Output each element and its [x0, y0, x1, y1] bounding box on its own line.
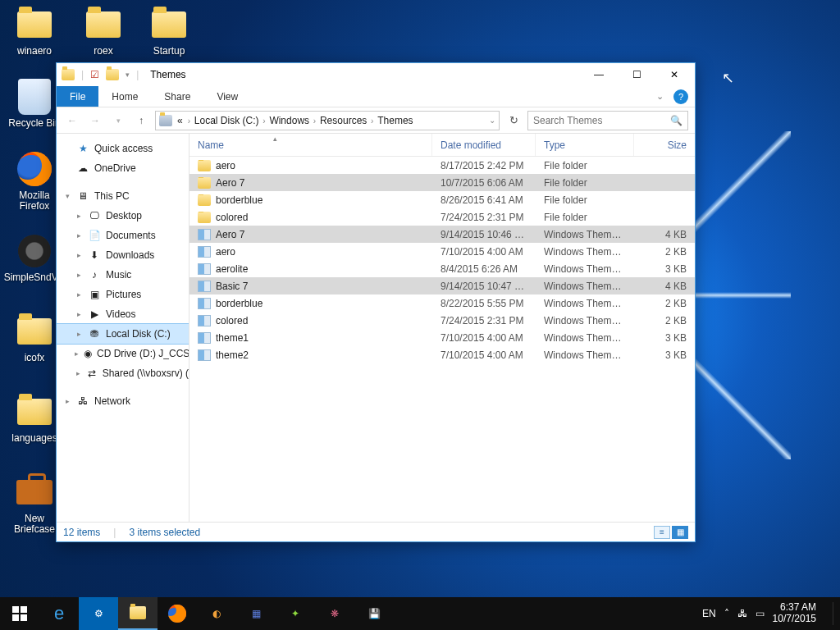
maximize-button[interactable]: ☐ [618, 63, 655, 86]
column-headers[interactable]: Name▴ Date modified Type Size [189, 134, 695, 157]
tree-label: Local Disk (C:) [106, 328, 171, 340]
file-rows[interactable]: aero8/17/2015 2:42 PMFile folderAero 710… [189, 157, 695, 522]
taskbar[interactable]: e ⚙ ◐ ▦ ✦ ❋ 💾 EN ˄ 🖧 ▭ 6:37 AM 10/7/2015 [0, 597, 840, 630]
file-date: 9/14/2015 10:46 PM [432, 229, 536, 240]
tree-expander-icon[interactable]: ▸ [75, 369, 81, 377]
file-row[interactable]: borderblue8/22/2015 5:55 PMWindows Theme… [189, 294, 695, 312]
file-row[interactable]: Basic 79/14/2015 10:47 PMWindows Theme .… [189, 277, 695, 294]
qat-newfolder-icon[interactable] [106, 69, 119, 80]
tray-chevron-icon[interactable]: ˄ [724, 608, 729, 619]
desktop-icon-startup[interactable]: Startup [138, 5, 200, 57]
tree-this-pc[interactable]: ▾🖥This PC [57, 186, 189, 206]
show-desktop-button[interactable] [833, 602, 833, 625]
tree-shared-vboxsrv-[interactable]: ▸⇄Shared (\\vboxsrv) ( [57, 363, 189, 383]
tray-action-center-icon[interactable]: ▭ [756, 608, 765, 619]
tray-lang[interactable]: EN [702, 608, 716, 619]
tree-expander-icon[interactable]: ▸ [75, 330, 83, 338]
up-button[interactable]: ↑ [132, 112, 150, 130]
col-name[interactable]: Name▴ [189, 134, 432, 156]
breadcrumb-overflow[interactable]: « [176, 115, 185, 126]
tree-videos[interactable]: ▸▶Videos [57, 304, 189, 324]
tree-label: Downloads [106, 249, 154, 261]
taskbar-edge[interactable]: e [39, 597, 79, 630]
forward-button[interactable]: → [86, 112, 104, 130]
ribbon-expand-icon[interactable]: ⌄ [656, 91, 664, 107]
file-row[interactable]: aero8/17/2015 2:42 PMFile folder [189, 157, 695, 174]
close-button[interactable]: ✕ [655, 63, 693, 86]
tree-expander-icon[interactable]: ▸ [75, 212, 83, 220]
desktop-icon-roex[interactable]: roex [72, 5, 135, 57]
file-row[interactable]: aero7/10/2015 4:00 AMWindows Theme ...2 … [189, 243, 695, 260]
tray-clock[interactable]: 6:37 AM 10/7/2015 [773, 602, 824, 625]
tree-expander-icon[interactable]: ▸ [75, 251, 83, 259]
tree-documents[interactable]: ▸📄Documents [57, 226, 189, 245]
file-row[interactable]: aerolite8/4/2015 6:26 AMWindows Theme ..… [189, 260, 695, 277]
tree-quick-access[interactable]: ★Quick access [57, 139, 189, 158]
search-box[interactable]: 🔍 [527, 111, 688, 130]
breadcrumb-item[interactable]: Themes [376, 115, 414, 126]
tab-share[interactable]: Share [151, 86, 203, 107]
tree-expander-icon[interactable]: ▸ [75, 271, 83, 279]
address-dropdown-icon[interactable]: ⌄ [489, 116, 495, 125]
tree-expander-icon[interactable]: ▸ [75, 310, 83, 318]
tree-expander-icon[interactable]: ▾ [63, 192, 71, 200]
tree-pictures[interactable]: ▸▣Pictures [57, 285, 189, 304]
file-row[interactable]: theme27/10/2015 4:00 AMWindows Theme ...… [189, 346, 695, 363]
view-icons-button[interactable]: ▦ [672, 526, 688, 539]
nav-tree[interactable]: ★Quick access☁OneDrive▾🖥This PC▸🖵Desktop… [57, 134, 189, 522]
search-input[interactable] [533, 115, 670, 126]
tree-expander-icon[interactable]: ▸ [75, 231, 83, 240]
tree-desktop[interactable]: ▸🖵Desktop [57, 206, 189, 226]
file-size: 2 KB [634, 298, 695, 309]
taskbar-settings[interactable]: ⚙ [79, 597, 118, 630]
qat-properties-icon[interactable]: ☑ [90, 69, 99, 80]
breadcrumb-item[interactable]: Windows [267, 115, 311, 126]
file-row[interactable]: Aero 710/7/2015 6:06 AMFile folder [189, 174, 695, 191]
tab-file[interactable]: File [57, 86, 98, 107]
file-row[interactable]: borderblue8/26/2015 6:41 AMFile folder [189, 191, 695, 208]
tree-local-disk-c-[interactable]: ▸⛃Local Disk (C:) [57, 324, 189, 344]
taskbar-app1[interactable]: ◐ [197, 597, 236, 630]
file-size: 4 KB [634, 281, 695, 292]
col-date[interactable]: Date modified [432, 134, 536, 156]
tree-cd-drive-d-j-ccs[interactable]: ▸◉CD Drive (D:) J_CCS [57, 344, 189, 363]
taskbar-app5[interactable]: 💾 [354, 597, 394, 630]
taskbar-app4[interactable]: ❋ [315, 597, 354, 630]
tab-view[interactable]: View [203, 86, 251, 107]
breadcrumb-item[interactable]: Resources [318, 115, 368, 126]
minimize-button[interactable]: — [580, 63, 618, 86]
help-button[interactable]: ? [673, 89, 688, 104]
tree-expander-icon[interactable]: ▸ [75, 290, 83, 299]
title-bar[interactable]: | ☑ ▾ | Themes — ☐ ✕ [57, 63, 695, 86]
tree-network[interactable]: ▸🖧Network [57, 391, 189, 411]
tree-expander-icon[interactable]: ▸ [75, 349, 79, 358]
taskbar-firefox[interactable] [158, 597, 197, 630]
file-row[interactable]: colored7/24/2015 2:31 PMWindows Theme ..… [189, 312, 695, 329]
tree-expander-icon[interactable]: ▸ [63, 397, 71, 405]
taskbar-app2[interactable]: ▦ [236, 597, 276, 630]
taskbar-app3[interactable]: ✦ [276, 597, 315, 630]
tree-icon: ♪ [88, 269, 101, 281]
refresh-button[interactable]: ↻ [504, 112, 523, 130]
file-row[interactable]: colored7/24/2015 2:31 PMFile folder [189, 208, 695, 226]
tree-onedrive[interactable]: ☁OneDrive [57, 158, 189, 178]
tree-label: CD Drive (D:) J_CCS [97, 348, 189, 359]
taskbar-explorer[interactable] [118, 597, 158, 630]
tree-downloads[interactable]: ▸⬇Downloads [57, 245, 189, 265]
view-details-button[interactable]: ≡ [654, 526, 670, 539]
search-icon[interactable]: 🔍 [670, 115, 682, 126]
tab-home[interactable]: Home [98, 86, 151, 107]
recent-dropdown[interactable]: ▾ [109, 112, 127, 130]
desktop-icon-winaero[interactable]: winaero [3, 5, 66, 57]
col-size[interactable]: Size [634, 134, 695, 156]
file-row[interactable]: theme17/10/2015 4:00 AMWindows Theme ...… [189, 329, 695, 346]
tray-network-icon[interactable]: 🖧 [737, 608, 747, 619]
back-button[interactable]: ← [63, 112, 81, 130]
file-row[interactable]: Aero 79/14/2015 10:46 PMWindows Theme ..… [189, 226, 695, 243]
qat-dropdown-icon[interactable]: ▾ [126, 71, 130, 79]
col-type[interactable]: Type [536, 134, 634, 156]
start-button[interactable] [0, 597, 39, 630]
tree-music[interactable]: ▸♪Music [57, 265, 189, 285]
address-bar[interactable]: « › Local Disk (C:) › Windows › Resource… [155, 111, 500, 130]
breadcrumb-item[interactable]: Local Disk (C:) [193, 115, 261, 126]
